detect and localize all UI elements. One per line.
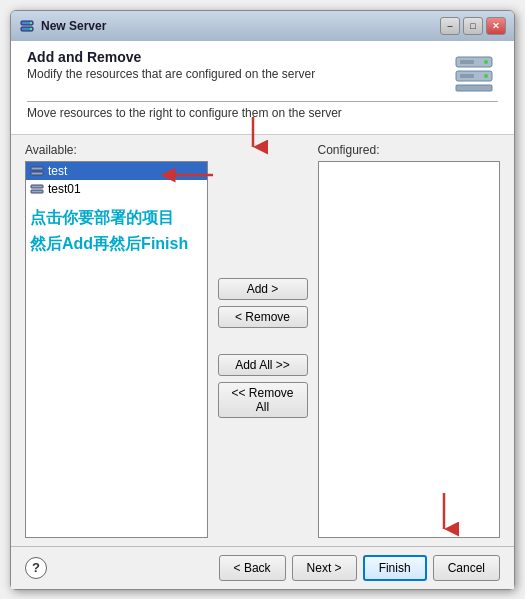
add-all-button[interactable]: Add All >>: [218, 354, 308, 376]
svg-rect-11: [31, 167, 43, 170]
svg-rect-6: [456, 85, 492, 91]
configured-label: Configured:: [318, 143, 501, 157]
svg-rect-9: [460, 60, 474, 64]
window-icon: [19, 18, 35, 34]
available-list[interactable]: test test01 点击你要部署的项目 然后Add再然后Finish: [25, 161, 208, 538]
svg-rect-14: [31, 190, 43, 193]
svg-point-2: [30, 22, 32, 24]
arrow-to-add: [238, 115, 268, 155]
available-panel: Available: test test01: [25, 135, 208, 538]
header-title: Add and Remove: [27, 49, 315, 65]
arrow-to-finish: [384, 491, 504, 541]
bottom-bar: ? < Back Next > Finish Cancel: [11, 546, 514, 589]
title-bar-left: New Server: [19, 18, 106, 34]
list-item-label: test: [48, 164, 67, 178]
finish-button[interactable]: Finish: [363, 555, 427, 581]
cancel-button[interactable]: Cancel: [433, 555, 500, 581]
annotation-line2: 然后Add再然后Finish: [30, 234, 203, 255]
arrow-to-available: [158, 165, 218, 185]
add-button[interactable]: Add >: [218, 278, 308, 300]
window-title: New Server: [41, 19, 106, 33]
configured-panel: Configured:: [318, 135, 501, 538]
header-subtitle: Modify the resources that are configured…: [27, 67, 315, 81]
configured-list[interactable]: [318, 161, 501, 538]
svg-rect-12: [31, 172, 43, 175]
close-button[interactable]: ✕: [486, 17, 506, 35]
server-icon: [450, 49, 498, 97]
maximize-button[interactable]: □: [463, 17, 483, 35]
title-bar: New Server – □ ✕: [11, 11, 514, 41]
svg-point-7: [484, 60, 488, 64]
svg-rect-13: [31, 185, 43, 188]
item-icon: [30, 164, 44, 178]
back-button[interactable]: < Back: [219, 555, 286, 581]
next-button[interactable]: Next >: [292, 555, 357, 581]
help-button[interactable]: ?: [25, 557, 47, 579]
header-text-block: Add and Remove Modify the resources that…: [27, 49, 315, 85]
annotation-line1: 点击你要部署的项目: [30, 208, 203, 229]
new-server-window: New Server – □ ✕ Add and Remove Modify t…: [10, 10, 515, 590]
remove-all-button[interactable]: << Remove All: [218, 382, 308, 418]
header-row: Add and Remove Modify the resources that…: [27, 49, 498, 97]
title-buttons: – □ ✕: [440, 17, 506, 35]
bottom-right: < Back Next > Finish Cancel: [219, 555, 500, 581]
middle-buttons: Add > < Remove Add All >> << Remove All: [208, 135, 318, 538]
remove-button[interactable]: < Remove: [218, 306, 308, 328]
bottom-left: ?: [25, 557, 47, 579]
item-icon: [30, 182, 44, 196]
svg-point-3: [30, 28, 32, 30]
header-divider: [27, 101, 498, 102]
svg-point-8: [484, 74, 488, 78]
panels-wrapper: Available: test test01: [11, 135, 514, 538]
list-item-label: test01: [48, 182, 81, 196]
svg-rect-10: [460, 74, 474, 78]
available-label: Available:: [25, 143, 208, 157]
minimize-button[interactable]: –: [440, 17, 460, 35]
